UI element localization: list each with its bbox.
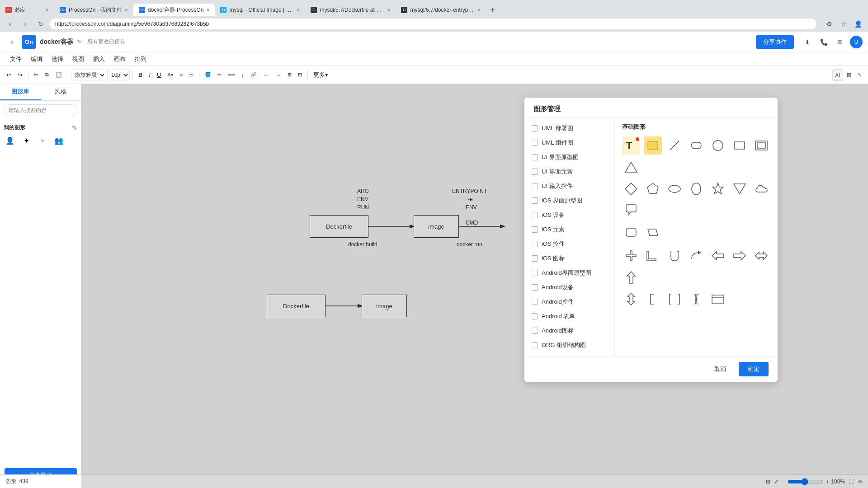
fill-button[interactable]: 🪣 [202,69,214,81]
font-size-select[interactable]: 10px [107,70,130,80]
send-icon[interactable]: ✉ [834,36,846,48]
modal-item-11[interactable]: Android设备 [524,280,614,295]
shape-double-arrow-v[interactable] [622,290,640,308]
font-color-button[interactable]: A▾ [165,69,176,81]
checkbox-4[interactable] [532,183,538,189]
shape-icon-1[interactable]: ✦ [20,134,33,147]
arrow-left-button[interactable]: ← [260,69,272,81]
copy-button[interactable]: ⧉ [42,69,52,81]
tab-style[interactable]: 风格 [41,84,81,100]
table-button[interactable]: ⊟ [295,69,305,81]
forward-button[interactable]: › [19,18,32,30]
cancel-button[interactable]: 取消 [707,362,733,376]
checkbox-14[interactable] [532,328,538,334]
shape-triangle[interactable] [622,158,640,176]
menu-插入[interactable]: 插入 [89,53,109,65]
browser-tab-tab6[interactable]: G mysql/5.7/docker-entrypoint.sh... × [396,4,486,16]
modal-item-4[interactable]: UI 输入控件 [524,179,614,193]
tab-close-tab3[interactable]: × [206,7,209,13]
shape-curly-bracket[interactable] [687,290,705,308]
checkbox-1[interactable] [532,140,538,146]
checkbox-13[interactable] [532,313,538,319]
modal-item-8[interactable]: iOS 控件 [524,237,614,251]
modal-item-12[interactable]: Android控件 [524,295,614,309]
checkbox-7[interactable] [532,226,538,233]
refresh-button[interactable]: ↻ [34,18,47,30]
modal-item-3[interactable]: UI 界面元素 [524,164,614,179]
template-button[interactable]: ▦ [844,69,854,81]
menu-画布[interactable]: 画布 [109,53,130,65]
checkbox-9[interactable] [532,255,538,262]
address-input[interactable] [50,19,816,29]
new-tab-button[interactable]: + [486,4,499,16]
star-icon[interactable]: ☆ [837,18,850,30]
modal-item-10[interactable]: Android界面原型图 [524,266,614,280]
shape-icon-3[interactable]: 👥 [52,134,65,147]
checkbox-3[interactable] [532,169,538,175]
modal-item-7[interactable]: iOS 元素 [524,222,614,237]
tab-close-tab5[interactable]: × [387,7,390,13]
bold-button[interactable]: B [136,69,145,81]
modal-overlay[interactable]: 图形管理 UML 部署图 UML 组件图 UI 界面原型图 UI 界面元素 UI… [81,84,868,488]
shape-bracket-both[interactable] [665,290,684,308]
share-button[interactable]: 分享协作 [756,35,794,49]
user-avatar[interactable]: U [850,36,863,48]
modal-item-1[interactable]: UML 组件图 [524,136,614,150]
modal-item-0[interactable]: UML 部署图 [524,121,614,136]
font-family-select[interactable]: 微软雅黑 [71,70,106,80]
shape-icon-2[interactable]: ✧ [36,134,49,147]
menu-排列[interactable]: 排列 [130,53,151,65]
menu-编辑[interactable]: 编辑 [26,53,47,65]
undo-button[interactable]: ↩ [4,69,14,81]
checkbox-5[interactable] [532,197,538,204]
redo-button[interactable]: ↪ [15,69,25,81]
search-input[interactable] [4,104,77,116]
profile-icon[interactable]: 👤 [852,18,864,30]
shape-up-arrow[interactable] [622,268,640,286]
checkbox-6[interactable] [532,212,538,218]
checkbox-8[interactable] [532,241,538,247]
shape-u-arrow[interactable] [665,247,684,265]
menu-文件[interactable]: 文件 [5,53,26,65]
shape-double-arrow-h[interactable] [752,247,770,265]
line-align-button[interactable]: ↕ [239,69,247,81]
shape-text[interactable]: T [622,136,640,155]
shape-curved-arrow[interactable] [687,247,705,265]
expand-button[interactable]: ⤡ [855,69,864,81]
shape-parallelogram[interactable] [644,223,662,241]
shape-bracket-left[interactable] [644,290,662,308]
modal-item-9[interactable]: iOS 图标 [524,251,614,266]
shape-cloud[interactable] [752,180,770,198]
shape-speech-bubble[interactable] [622,202,640,220]
phone-icon[interactable]: 📞 [817,36,830,48]
canvas[interactable]: ARG ENV RUN Dockerfile image ENTRYPOINT … [81,84,868,488]
modal-item-5[interactable]: iOS 界面原型图 [524,193,614,208]
browser-tab-tab4[interactable]: D mysql - Official Image | Docker ... × [215,4,305,16]
shape-ellipse-h[interactable] [665,180,684,198]
tab-close-tab6[interactable]: × [477,7,481,13]
shape-left-arrow[interactable] [709,247,727,265]
checkbox-15[interactable] [532,342,538,348]
checkbox-0[interactable] [532,125,538,131]
link-button[interactable]: 🔗 [248,69,259,81]
tab-close-tab4[interactable]: × [297,7,300,13]
modal-item-6[interactable]: iOS 设备 [524,208,614,222]
italic-button[interactable]: I [146,69,153,81]
shape-ellipse-cut[interactable] [687,180,705,198]
cut-button[interactable]: ✂ [31,69,42,81]
checkbox-10[interactable] [532,270,538,276]
browser-tab-tab3[interactable]: On docker容器-ProcessOn × [133,4,215,16]
checkbox-2[interactable] [532,154,538,160]
menu-视图[interactable]: 视图 [68,53,89,65]
back-nav-button[interactable]: ‹ [5,36,18,48]
doc-pencil-icon[interactable]: ✎ [77,38,82,45]
menu-选择[interactable]: 选择 [47,53,68,65]
shape-rect-border[interactable] [731,136,749,155]
modal-item-13[interactable]: Android 表单 [524,309,614,324]
shape-pentagon[interactable] [644,180,662,198]
checkbox-11[interactable] [532,284,538,291]
shape-line[interactable] [665,136,684,155]
browser-tab-tab2[interactable]: On ProcessOn - 我的文件 × [54,4,133,16]
checkbox-12[interactable] [532,299,538,305]
shape-right-arrow[interactable] [731,247,749,265]
